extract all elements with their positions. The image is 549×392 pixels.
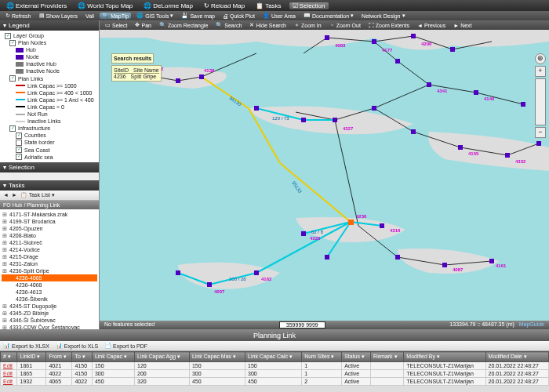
compass-icon[interactable]: ⊕ [535, 53, 546, 64]
tree-item[interactable]: 4236-4068 [2, 281, 97, 289]
legend-header[interactable]: ▾ Legend [0, 20, 99, 31]
ln-0 [16, 106, 25, 107]
tasks-header[interactable]: ▾ Tasks [0, 180, 99, 191]
tree-item[interactable]: 4236-4613 [2, 289, 97, 296]
col-header[interactable]: Link Capac Calc ▾ [245, 352, 302, 362]
zoom-out-icon[interactable]: − [535, 127, 546, 138]
sw-node [16, 55, 24, 60]
cb-layergroup[interactable] [5, 33, 11, 39]
col-header[interactable]: Modified By ▾ [404, 352, 485, 362]
cell: TELECONSULT-Z1\Marijan [404, 378, 485, 386]
btn-zoomext[interactable]: ⛶ Zoom Extents [366, 23, 412, 28]
cell: 450 [92, 378, 134, 386]
tree-item[interactable]: 4236-Split Gripe [2, 267, 97, 274]
col-header[interactable]: To ▾ [72, 352, 92, 362]
col-header[interactable]: Status ▾ [342, 352, 371, 362]
btn-netdesign[interactable]: Network Design ▾ [359, 13, 407, 19]
sw-ihub [16, 62, 24, 67]
cell: 1932 [17, 378, 46, 386]
table-row[interactable]: Edit1865402241503002003003001ActiveTELEC… [1, 370, 549, 378]
coords-box[interactable]: 359999 9999 [279, 321, 325, 328]
selection-header[interactable]: ▾ Selection [0, 162, 99, 172]
tree-item[interactable]: 4333-CDW Čvor Šestanovac [2, 324, 97, 329]
tree-item[interactable]: 4211-Slobreč [2, 239, 97, 246]
cb-planlinks[interactable] [9, 75, 16, 82]
edit-link[interactable]: Edit [1, 362, 17, 370]
col-header[interactable]: Num Sites ▾ [302, 352, 342, 362]
col-header[interactable]: # ▾ [1, 352, 17, 362]
tasks-list-btn[interactable]: 📋 Task List ▾ [20, 192, 55, 198]
map-canvas[interactable]: 4083 4177 4200 4341 4140 4327 4155 4332 … [100, 30, 549, 321]
col-header[interactable]: Modified Date ▾ [485, 352, 548, 362]
tree-item[interactable]: 4215-Drage [2, 253, 97, 260]
svg-text:4162: 4162 [261, 277, 272, 281]
cb-coast[interactable] [16, 147, 22, 153]
cb-infra[interactable] [9, 125, 16, 132]
btn-gistools[interactable]: 🌐 GIS Tools ▾ [134, 13, 176, 19]
tree-item[interactable]: 4345-ZD Bibinje [2, 310, 97, 317]
btn-zoomout[interactable]: － Zoom Out [327, 21, 363, 29]
zoom-slider[interactable] [535, 78, 546, 125]
tab-selection[interactable]: ☑ Selection [289, 2, 329, 9]
cb-counties[interactable] [16, 132, 22, 139]
col-header[interactable]: LinkID ▾ [17, 352, 46, 362]
btn-vali[interactable]: Vali [83, 13, 96, 19]
tree-item[interactable]: 4236-Šibenik [2, 296, 97, 303]
col-header[interactable]: Link Capac ▾ [92, 352, 134, 362]
svg-rect-48 [199, 74, 204, 79]
cb-border[interactable] [16, 140, 22, 146]
tab-reload[interactable]: ↻ Reload Map [201, 2, 248, 9]
btn-hidesearch[interactable]: ✕ Hide Search [247, 22, 289, 28]
table-row[interactable]: Edit1932406540224503204504502ActiveTELEC… [1, 378, 549, 386]
cell: 4022 [72, 378, 92, 386]
btn-search[interactable]: 🔍 Search [213, 22, 244, 28]
tree[interactable]: 4171-ST-Makarska zrak 4199-ST Brodarica … [0, 209, 99, 329]
tab-external[interactable]: 🌐 External Providers [3, 2, 70, 9]
cb-sea[interactable] [16, 154, 22, 160]
tree-item[interactable]: 4245-ST Dugopolje [2, 303, 97, 310]
btn-savemap[interactable]: 💾 Save map [179, 13, 217, 19]
btn-docs[interactable]: 📖 Documentation ▾ [301, 13, 356, 19]
tree-item[interactable]: 4199-ST Brodarica [2, 218, 97, 225]
cb-plannodes[interactable] [9, 40, 16, 46]
tree-item[interactable]: 4208-Blato [2, 232, 97, 239]
btn-maptip[interactable]: 🔍 MapTip [100, 13, 131, 19]
col-header[interactable]: Remark ▾ [371, 352, 404, 362]
btn-pan[interactable]: ✥ Pan [133, 22, 153, 28]
btn-quickplot[interactable]: 🖨 Quick Plot [220, 13, 257, 19]
data-grid[interactable]: # ▾LinkID ▾From ▾To ▾Link Capac ▾Link Ca… [0, 351, 549, 386]
btn-refresh[interactable]: ↻ Refresh [3, 13, 34, 19]
col-header[interactable]: Link Capac Agg ▾ [135, 352, 190, 362]
zoom-in-icon[interactable]: + [535, 66, 546, 77]
tab-worldtopo[interactable]: 🌐 World Topo Map [75, 2, 136, 9]
btn-userarea[interactable]: 👤 User Area [260, 13, 298, 19]
zoom-control[interactable]: ⊕ + − [535, 53, 546, 138]
tree-item[interactable]: 4205-Opuzen [2, 225, 97, 232]
tasks-next-icon[interactable]: ► [12, 192, 17, 198]
tab-delorme[interactable]: 🌐 DeLorme Map [140, 2, 196, 9]
tasks-prev-icon[interactable]: ◄ [3, 192, 9, 198]
table-row[interactable]: Edit1861402141501501201501501ActiveTELEC… [1, 362, 549, 370]
export-xlsx[interactable]: 📊 Export to XLSX [3, 343, 49, 349]
btn-zoomin[interactable]: ＋ Zoom In [292, 21, 324, 29]
btn-layers[interactable]: ▤ Show Layers [37, 13, 80, 19]
sw-inode [16, 69, 24, 74]
col-header[interactable]: From ▾ [46, 352, 72, 362]
grid-title: Planning Link [0, 330, 549, 341]
btn-zoomrect[interactable]: 🔍 Zoom Rectangle [157, 22, 210, 28]
tree-item[interactable]: 4214-Vodice [2, 246, 97, 253]
tree-item[interactable]: 4346-ŠI Šubićevac [2, 317, 97, 324]
btn-prev[interactable]: ◄ Previous [415, 23, 448, 28]
export-pdf[interactable]: 📄 Export to PDF [104, 343, 147, 349]
col-header[interactable]: Link Capac Max ▾ [189, 352, 245, 362]
btn-next[interactable]: ► Next [451, 23, 474, 28]
tab-tasks[interactable]: 📋 Tasks [253, 2, 284, 9]
tree-item-selected[interactable]: 4236-4065 [2, 274, 97, 281]
search-results-title: Search results [111, 53, 154, 64]
edit-link[interactable]: Edit [1, 370, 17, 378]
edit-link[interactable]: Edit [1, 378, 17, 386]
export-xls[interactable]: 📊 Export to XLS [56, 343, 98, 349]
tree-item[interactable]: 4171-ST-Makarska zrak [2, 211, 97, 218]
tree-item[interactable]: 4231-Zaton [2, 260, 97, 267]
btn-select[interactable]: ▭ Select [103, 22, 129, 28]
